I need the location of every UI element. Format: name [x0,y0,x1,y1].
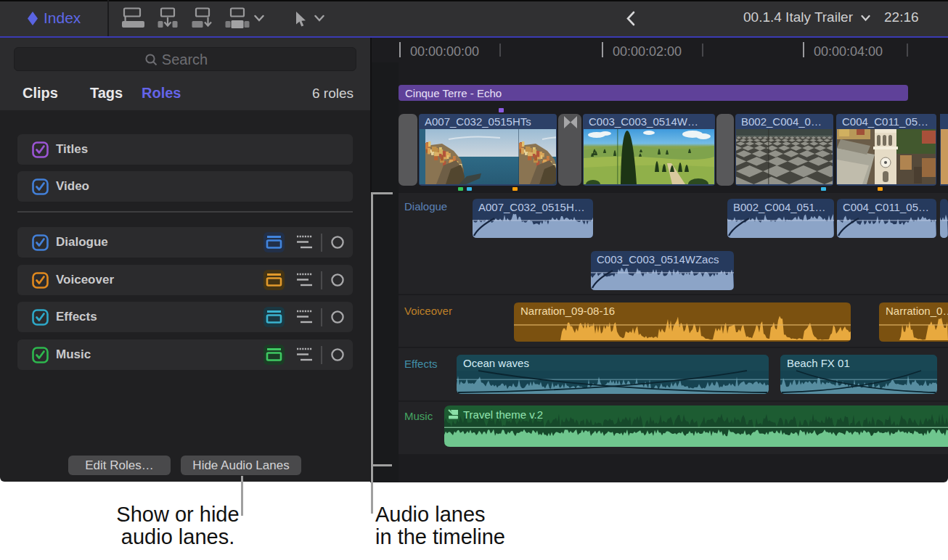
svg-text:Narration_0…: Narration_0… [886,305,948,317]
svg-text:A007_C032_0515H…: A007_C032_0515H… [478,201,585,213]
svg-text:B002_C004_051…: B002_C004_051… [733,201,826,213]
svg-text:C003_C003_0514WZacs: C003_C003_0514WZacs [597,253,719,265]
svg-text:Travel theme v.2: Travel theme v.2 [463,408,543,421]
svg-text:Narration_09-08-16: Narration_09-08-16 [520,305,615,317]
svg-text:Beach FX 01: Beach FX 01 [787,357,850,369]
svg-text:Ocean waves: Ocean waves [463,357,529,369]
svg-text:C004_C011_05…: C004_C011_05… [843,201,929,213]
